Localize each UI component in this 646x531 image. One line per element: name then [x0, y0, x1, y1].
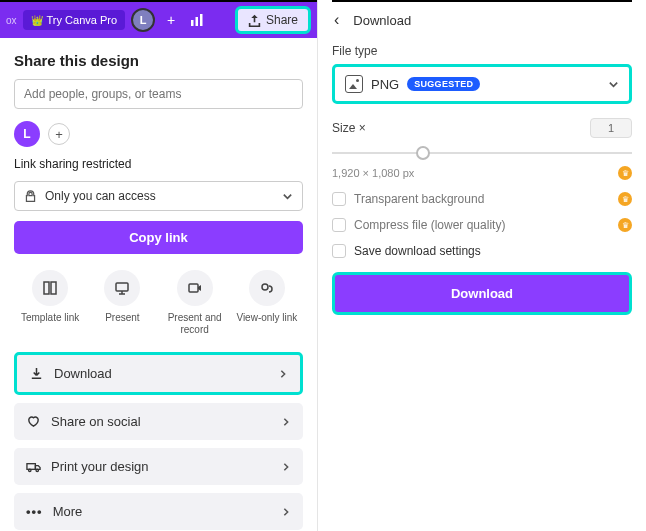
share-icon: [248, 14, 261, 27]
truck-icon: [26, 459, 41, 474]
heart-icon: [26, 414, 41, 429]
add-person-button[interactable]: +: [48, 123, 70, 145]
link-restricted-label: Link sharing restricted: [14, 157, 303, 171]
pro-badge-icon: ♛: [618, 166, 632, 180]
present-action[interactable]: Present: [88, 270, 156, 336]
svg-rect-3: [44, 282, 49, 294]
svg-rect-6: [189, 284, 198, 292]
view-only-icon: [259, 280, 275, 296]
present-record-action[interactable]: Present and record: [161, 270, 229, 336]
share-panel: ox Try Canva Pro L + Share Share this de…: [0, 0, 318, 531]
svg-point-9: [36, 469, 38, 471]
lock-icon: [24, 190, 37, 203]
save-settings-option[interactable]: Save download settings: [332, 244, 632, 258]
suggested-badge: SUGGESTED: [407, 77, 480, 91]
svg-rect-4: [51, 282, 56, 294]
avatar[interactable]: L: [131, 8, 155, 32]
print-option[interactable]: Print your design: [14, 448, 303, 485]
chevron-right-icon: [281, 507, 291, 517]
brand-suffix: ox: [6, 15, 17, 26]
chevron-down-icon: [282, 191, 293, 202]
svg-point-8: [29, 469, 31, 471]
template-link-icon: [42, 280, 58, 296]
size-multiplier-input[interactable]: [590, 118, 632, 138]
image-icon: [345, 75, 363, 93]
download-panel: ‹ Download File type PNG SUGGESTED Size …: [318, 0, 646, 531]
template-link-action[interactable]: Template link: [16, 270, 84, 336]
size-slider[interactable]: [332, 144, 632, 162]
chevron-right-icon: [281, 462, 291, 472]
chevron-right-icon: [278, 369, 288, 379]
svg-rect-7: [27, 464, 35, 470]
share-social-option[interactable]: Share on social: [14, 403, 303, 440]
share-title: Share this design: [14, 52, 303, 69]
dimensions-label: 1,920 × 1,080 px: [332, 167, 414, 179]
quick-actions: Template link Present Present and record…: [14, 270, 303, 336]
size-label: Size ×: [332, 121, 366, 135]
more-icon: •••: [26, 504, 43, 519]
transparent-bg-option[interactable]: Transparent background ♛: [332, 192, 632, 206]
svg-rect-0: [191, 20, 194, 26]
file-type-select[interactable]: PNG SUGGESTED: [332, 64, 632, 104]
svg-rect-2: [200, 14, 203, 26]
back-button[interactable]: ‹: [332, 11, 341, 29]
svg-rect-1: [196, 17, 199, 26]
download-title: Download: [353, 13, 411, 28]
share-people-input[interactable]: [14, 79, 303, 109]
download-icon: [29, 366, 44, 381]
pro-badge-icon: ♛: [618, 192, 632, 206]
copy-link-button[interactable]: Copy link: [14, 221, 303, 254]
view-only-action[interactable]: View-only link: [233, 270, 301, 336]
present-icon: [114, 280, 130, 296]
checkbox-icon: [332, 244, 346, 258]
compress-option[interactable]: Compress file (lower quality) ♛: [332, 218, 632, 232]
try-canva-pro-button[interactable]: Try Canva Pro: [23, 10, 126, 30]
slider-handle[interactable]: [416, 146, 430, 160]
download-option[interactable]: Download: [14, 352, 303, 395]
checkbox-icon: [332, 192, 346, 206]
checkbox-icon: [332, 218, 346, 232]
chevron-right-icon: [281, 417, 291, 427]
owner-avatar[interactable]: L: [14, 121, 40, 147]
share-button[interactable]: Share: [235, 6, 311, 34]
insights-icon[interactable]: [187, 10, 207, 30]
present-record-icon: [187, 280, 203, 296]
svg-rect-5: [116, 283, 128, 291]
more-option[interactable]: ••• More: [14, 493, 303, 530]
file-type-label: File type: [332, 44, 632, 58]
topbar: ox Try Canva Pro L + Share: [0, 0, 317, 38]
chevron-down-icon: [608, 79, 619, 90]
download-button[interactable]: Download: [332, 272, 632, 315]
access-select[interactable]: Only you can access: [14, 181, 303, 211]
pro-badge-icon: ♛: [618, 218, 632, 232]
add-icon[interactable]: +: [161, 10, 181, 30]
